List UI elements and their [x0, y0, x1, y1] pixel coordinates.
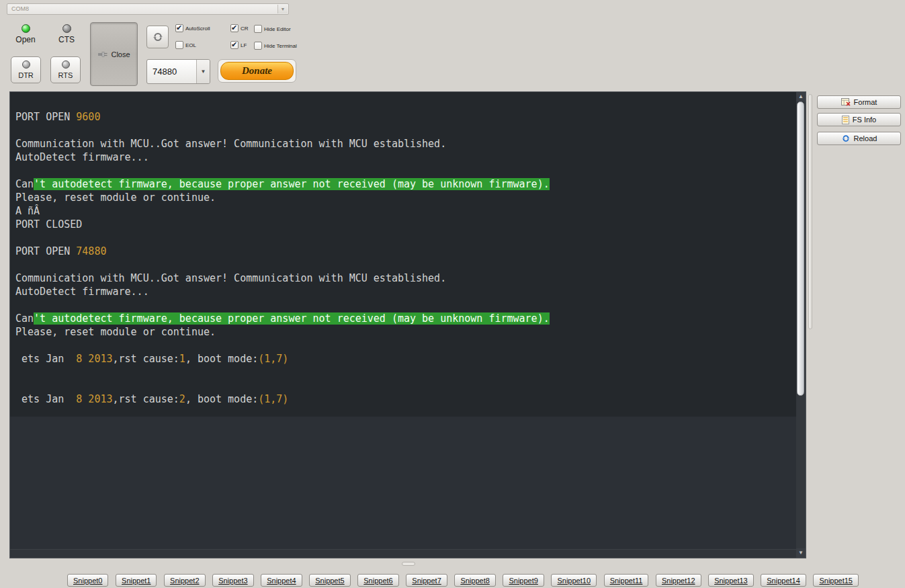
lf-label: LF: [241, 41, 247, 48]
terminal-line: Communication with MCU..Got answer! Comm…: [15, 271, 796, 285]
terminal-text-segment: PORT OPEN: [15, 245, 76, 257]
snippet-button-9[interactable]: Snippet9: [503, 574, 544, 587]
chevron-down-icon[interactable]: ▼: [196, 60, 210, 83]
chevron-down-icon[interactable]: ▼: [277, 5, 288, 13]
rts-led-icon: [62, 60, 70, 69]
plug-icon: [97, 50, 108, 58]
scrollbar-thumb[interactable]: [797, 101, 804, 396]
hide-terminal-checkbox[interactable]: Hide Terminal: [254, 42, 297, 50]
reload-icon: [841, 134, 851, 143]
terminal-text[interactable]: PORT OPEN 9600 Communication with MCU..G…: [10, 92, 796, 417]
terminal-highlighted-text: 't autodetect firmware, because proper a…: [34, 312, 550, 325]
terminal-line: [15, 124, 796, 137]
snippet-button-13[interactable]: Snippet13: [708, 574, 754, 587]
terminal-line: PORT OPEN 74880: [15, 245, 796, 258]
cts-label: CTS: [58, 35, 75, 44]
rts-button[interactable]: RTS: [50, 56, 81, 83]
reload-button[interactable]: Reload: [817, 132, 901, 145]
terminal-text-segment: , boot mode:: [185, 353, 258, 365]
terminal-text-segment: Please, reset module or continue.: [15, 192, 216, 204]
dtr-button[interactable]: DTR: [11, 56, 41, 83]
snippet-button-0[interactable]: Snippet0: [67, 574, 108, 587]
terminal-text-segment: PORT OPEN: [15, 111, 76, 123]
snippet-button-6[interactable]: Snippet6: [357, 574, 398, 587]
vertical-splitter-handle[interactable]: [808, 94, 812, 329]
snippet-button-2[interactable]: Snippet2: [164, 574, 205, 587]
snippet-button-12[interactable]: Snippet12: [656, 574, 701, 587]
terminal-text-segment: Can: [15, 312, 34, 325]
terminal-text-segment: ets Jan: [15, 353, 76, 365]
snippet-button-5[interactable]: Snippet5: [309, 574, 350, 587]
donate-button[interactable]: Donate: [218, 59, 296, 83]
cr-checkbox[interactable]: CR: [230, 24, 249, 32]
checkbox-box[interactable]: [254, 42, 262, 50]
close-button[interactable]: Close: [90, 22, 138, 86]
serial-port-value: COM8: [11, 5, 29, 12]
fs-info-icon: [842, 116, 849, 124]
terminal-line: AutoDetect firmware...: [15, 151, 796, 164]
checkbox-box[interactable]: [230, 41, 239, 49]
terminal-text-segment: Please, reset module or continue.: [15, 326, 216, 338]
terminal-horizontal-scrollbar[interactable]: [10, 549, 796, 558]
rts-label: RTS: [58, 71, 73, 79]
terminal-text-segment: AutoDetect firmware...: [15, 151, 149, 163]
baud-rate-value: 74880: [153, 67, 177, 77]
cts-indicator: CTS: [54, 24, 79, 44]
dtr-led-icon: [22, 60, 30, 69]
terminal-text-segment: 1: [179, 353, 185, 365]
terminal-line: Can't autodetect firmware, because prope…: [15, 177, 796, 191]
scroll-down-icon[interactable]: ▼: [796, 548, 806, 558]
open-toggle-button[interactable]: Open: [12, 24, 39, 44]
terminal-text-segment: 8 2013: [76, 353, 112, 365]
terminal-text-segment: A ñÂ: [15, 205, 40, 217]
terminal-line: [15, 258, 796, 271]
snippet-button-1[interactable]: Snippet1: [116, 574, 157, 587]
snippet-button-15[interactable]: Snippet15: [813, 574, 859, 587]
terminal-line: Communication with MCU..Got answer! Comm…: [15, 137, 796, 151]
baud-rate-combo[interactable]: 74880 ▼: [146, 59, 210, 84]
horizontal-splitter-grip[interactable]: [402, 562, 415, 566]
terminal-text-segment: , boot mode:: [185, 393, 258, 405]
autoscroll-label: AutoScroll: [185, 24, 210, 32]
terminal-line: [15, 231, 796, 245]
terminal-line: Can't autodetect firmware, because prope…: [15, 312, 796, 325]
snippet-button-7[interactable]: Snippet7: [406, 574, 447, 587]
terminal-line: [15, 298, 796, 312]
scroll-up-icon[interactable]: ▲: [796, 92, 806, 101]
checkbox-box[interactable]: [175, 24, 183, 32]
checkbox-box[interactable]: [230, 24, 239, 32]
autoscroll-checkbox[interactable]: AutoScroll: [175, 24, 210, 32]
terminal-line: [15, 339, 796, 352]
checkbox-box[interactable]: [175, 41, 183, 49]
serial-port-combo[interactable]: COM8 ▼: [7, 3, 289, 15]
terminal-highlighted-text: 't autodetect firmware, because proper a…: [34, 178, 550, 190]
snippet-button-3[interactable]: Snippet3: [212, 574, 253, 587]
terminal-text-segment: (1,7): [258, 393, 288, 405]
snippet-button-11[interactable]: Snippet11: [604, 574, 649, 587]
terminal-text-segment: 74880: [76, 245, 106, 257]
snippet-button-8[interactable]: Snippet8: [454, 574, 495, 587]
terminal-line: PORT OPEN 9600: [15, 110, 796, 124]
checkbox-box[interactable]: [254, 25, 262, 33]
reload-label: Reload: [854, 134, 877, 142]
snippet-button-14[interactable]: Snippet14: [761, 574, 806, 587]
fs-info-label: FS Info: [853, 116, 876, 124]
snippet-button-10[interactable]: Snippet10: [551, 574, 597, 587]
fs-info-button[interactable]: FS Info: [817, 113, 901, 126]
terminal-line: Please, reset module or continue.: [15, 325, 796, 339]
open-label: Open: [15, 35, 35, 44]
terminal-line: A ñÂ: [15, 204, 796, 218]
terminal-text-segment: Communication with MCU..Got answer! Comm…: [15, 138, 446, 150]
snippet-button-4[interactable]: Snippet4: [261, 574, 302, 587]
format-button[interactable]: Format: [817, 95, 901, 109]
hide-editor-checkbox[interactable]: Hide Editor: [254, 25, 291, 33]
eol-checkbox[interactable]: EOL: [175, 41, 196, 49]
terminal-vertical-scrollbar[interactable]: ▲ ▼: [796, 92, 806, 558]
eol-label: EOL: [185, 41, 196, 48]
terminal[interactable]: PORT OPEN 9600 Communication with MCU..G…: [9, 91, 806, 558]
terminal-text-segment: ets Jan: [15, 393, 76, 405]
lf-checkbox[interactable]: LF: [230, 41, 247, 49]
terminal-line: Please, reset module or continue.: [15, 191, 796, 204]
terminal-text-segment: Can: [15, 178, 34, 190]
refresh-ports-button[interactable]: [146, 26, 169, 48]
